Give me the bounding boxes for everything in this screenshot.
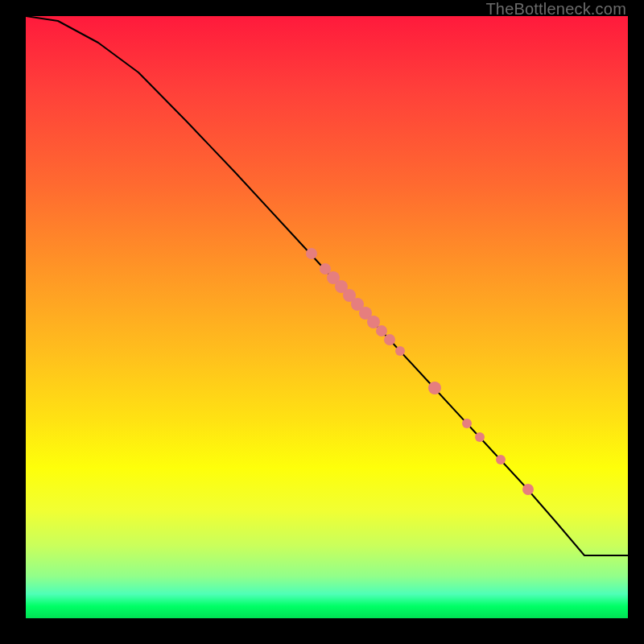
curve-dot xyxy=(496,455,506,464)
curve-dot xyxy=(462,419,472,428)
curve-dot xyxy=(428,382,441,394)
curve-dot xyxy=(475,432,485,442)
plot-area xyxy=(26,16,628,618)
curve-dot xyxy=(376,325,387,336)
chart-overlay-svg xyxy=(26,16,628,618)
curve-dot xyxy=(522,484,534,495)
curve-dot xyxy=(306,248,317,259)
curve-dot xyxy=(395,346,405,356)
bottleneck-curve xyxy=(26,16,628,555)
chart-frame: TheBottleneck.com xyxy=(0,0,644,644)
curve-dot xyxy=(384,334,395,345)
